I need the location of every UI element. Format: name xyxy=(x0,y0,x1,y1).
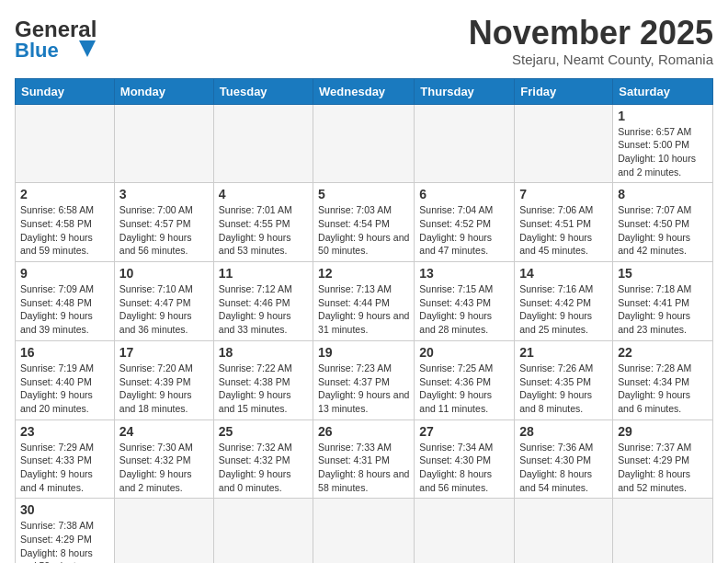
day-number: 24 xyxy=(119,424,209,439)
calendar-cell: 8Sunrise: 7:07 AM Sunset: 4:50 PM Daylig… xyxy=(613,183,713,262)
day-info: Sunrise: 7:37 AM Sunset: 4:29 PM Dayligh… xyxy=(618,441,708,495)
day-number: 26 xyxy=(318,424,409,439)
weekday-header-sunday: Sunday xyxy=(16,78,115,104)
calendar-cell: 29Sunrise: 7:37 AM Sunset: 4:29 PM Dayli… xyxy=(613,419,713,499)
day-number: 1 xyxy=(618,109,708,123)
svg-text:General: General xyxy=(15,17,97,41)
day-number: 30 xyxy=(20,502,109,517)
calendar-week-row: 2Sunrise: 6:58 AM Sunset: 4:58 PM Daylig… xyxy=(16,183,713,262)
calendar-week-row: 23Sunrise: 7:29 AM Sunset: 4:33 PM Dayli… xyxy=(16,419,713,499)
calendar-cell: 27Sunrise: 7:34 AM Sunset: 4:30 PM Dayli… xyxy=(415,419,515,499)
day-info: Sunrise: 6:57 AM Sunset: 5:00 PM Dayligh… xyxy=(618,125,708,179)
svg-marker-2 xyxy=(79,40,96,57)
calendar-cell xyxy=(613,499,713,563)
calendar-cell: 17Sunrise: 7:20 AM Sunset: 4:39 PM Dayli… xyxy=(114,340,213,419)
day-info: Sunrise: 7:26 AM Sunset: 4:35 PM Dayligh… xyxy=(519,362,608,416)
calendar-cell xyxy=(313,499,415,563)
logo: GeneralBlue xyxy=(15,15,116,61)
day-number: 25 xyxy=(219,424,308,439)
day-number: 13 xyxy=(419,266,509,281)
calendar-cell: 4Sunrise: 7:01 AM Sunset: 4:55 PM Daylig… xyxy=(213,183,313,262)
calendar-cell: 20Sunrise: 7:25 AM Sunset: 4:36 PM Dayli… xyxy=(415,340,515,419)
calendar-table: SundayMondayTuesdayWednesdayThursdayFrid… xyxy=(15,78,713,563)
day-info: Sunrise: 7:29 AM Sunset: 4:33 PM Dayligh… xyxy=(20,441,109,495)
day-info: Sunrise: 7:23 AM Sunset: 4:37 PM Dayligh… xyxy=(318,362,409,416)
day-info: Sunrise: 7:38 AM Sunset: 4:29 PM Dayligh… xyxy=(20,519,109,563)
day-number: 6 xyxy=(419,187,509,201)
weekday-header-friday: Friday xyxy=(515,78,613,104)
calendar-cell xyxy=(515,104,613,183)
calendar-cell: 11Sunrise: 7:12 AM Sunset: 4:46 PM Dayli… xyxy=(213,262,313,341)
logo-svg: GeneralBlue xyxy=(15,15,116,61)
weekday-header-row: SundayMondayTuesdayWednesdayThursdayFrid… xyxy=(16,78,713,104)
day-info: Sunrise: 7:07 AM Sunset: 4:50 PM Dayligh… xyxy=(618,203,708,258)
day-info: Sunrise: 7:03 AM Sunset: 4:54 PM Dayligh… xyxy=(318,203,409,258)
day-info: Sunrise: 7:13 AM Sunset: 4:44 PM Dayligh… xyxy=(318,282,409,337)
calendar-cell xyxy=(213,104,313,183)
logo-container: GeneralBlue xyxy=(15,15,116,61)
day-number: 28 xyxy=(519,424,608,439)
calendar-cell: 21Sunrise: 7:26 AM Sunset: 4:35 PM Dayli… xyxy=(515,340,613,419)
calendar-cell: 22Sunrise: 7:28 AM Sunset: 4:34 PM Dayli… xyxy=(613,340,713,419)
day-number: 19 xyxy=(318,345,409,360)
day-number: 17 xyxy=(119,345,209,360)
day-info: Sunrise: 7:22 AM Sunset: 4:38 PM Dayligh… xyxy=(219,362,308,416)
day-info: Sunrise: 7:12 AM Sunset: 4:46 PM Dayligh… xyxy=(219,282,308,337)
day-info: Sunrise: 7:10 AM Sunset: 4:47 PM Dayligh… xyxy=(119,282,209,337)
calendar-cell: 25Sunrise: 7:32 AM Sunset: 4:32 PM Dayli… xyxy=(213,419,313,499)
day-number: 11 xyxy=(219,266,308,281)
day-info: Sunrise: 7:01 AM Sunset: 4:55 PM Dayligh… xyxy=(219,203,308,258)
calendar-cell xyxy=(213,499,313,563)
day-info: Sunrise: 7:00 AM Sunset: 4:57 PM Dayligh… xyxy=(119,203,209,258)
day-number: 20 xyxy=(419,345,509,360)
calendar-cell: 18Sunrise: 7:22 AM Sunset: 4:38 PM Dayli… xyxy=(213,340,313,419)
day-number: 18 xyxy=(219,345,308,360)
day-number: 29 xyxy=(618,424,708,439)
day-info: Sunrise: 7:33 AM Sunset: 4:31 PM Dayligh… xyxy=(318,441,409,495)
calendar-cell: 24Sunrise: 7:30 AM Sunset: 4:32 PM Dayli… xyxy=(114,419,213,499)
day-info: Sunrise: 7:04 AM Sunset: 4:52 PM Dayligh… xyxy=(419,203,509,258)
calendar-cell: 6Sunrise: 7:04 AM Sunset: 4:52 PM Daylig… xyxy=(415,183,515,262)
calendar-cell: 26Sunrise: 7:33 AM Sunset: 4:31 PM Dayli… xyxy=(313,419,415,499)
day-number: 4 xyxy=(219,187,308,201)
day-number: 23 xyxy=(20,424,109,439)
calendar-cell: 28Sunrise: 7:36 AM Sunset: 4:30 PM Dayli… xyxy=(515,419,613,499)
day-info: Sunrise: 7:36 AM Sunset: 4:30 PM Dayligh… xyxy=(519,441,608,495)
calendar-cell: 5Sunrise: 7:03 AM Sunset: 4:54 PM Daylig… xyxy=(313,183,415,262)
day-info: Sunrise: 7:30 AM Sunset: 4:32 PM Dayligh… xyxy=(119,441,209,495)
day-info: Sunrise: 7:19 AM Sunset: 4:40 PM Dayligh… xyxy=(20,362,109,416)
day-number: 12 xyxy=(318,266,409,281)
calendar-cell: 2Sunrise: 6:58 AM Sunset: 4:58 PM Daylig… xyxy=(16,183,115,262)
calendar-cell: 15Sunrise: 7:18 AM Sunset: 4:41 PM Dayli… xyxy=(613,262,713,341)
calendar-cell: 12Sunrise: 7:13 AM Sunset: 4:44 PM Dayli… xyxy=(313,262,415,341)
page-header: GeneralBlue November 2025 Stejaru, Neamt… xyxy=(15,15,713,67)
calendar-cell: 19Sunrise: 7:23 AM Sunset: 4:37 PM Dayli… xyxy=(313,340,415,419)
calendar-cell xyxy=(415,104,515,183)
day-info: Sunrise: 7:06 AM Sunset: 4:51 PM Dayligh… xyxy=(519,203,608,258)
day-info: Sunrise: 7:18 AM Sunset: 4:41 PM Dayligh… xyxy=(618,282,708,337)
weekday-header-tuesday: Tuesday xyxy=(213,78,313,104)
calendar-cell: 10Sunrise: 7:10 AM Sunset: 4:47 PM Dayli… xyxy=(114,262,213,341)
day-info: Sunrise: 7:09 AM Sunset: 4:48 PM Dayligh… xyxy=(20,282,109,337)
day-number: 15 xyxy=(618,266,708,281)
calendar-cell xyxy=(313,104,415,183)
weekday-header-wednesday: Wednesday xyxy=(313,78,415,104)
day-number: 8 xyxy=(618,187,708,201)
day-number: 21 xyxy=(519,345,608,360)
day-info: Sunrise: 7:32 AM Sunset: 4:32 PM Dayligh… xyxy=(219,441,308,495)
location-text: Stejaru, Neamt County, Romania xyxy=(469,52,713,67)
day-info: Sunrise: 7:34 AM Sunset: 4:30 PM Dayligh… xyxy=(419,441,509,495)
calendar-cell: 7Sunrise: 7:06 AM Sunset: 4:51 PM Daylig… xyxy=(515,183,613,262)
day-number: 14 xyxy=(519,266,608,281)
weekday-header-thursday: Thursday xyxy=(415,78,515,104)
day-number: 27 xyxy=(419,424,509,439)
day-number: 9 xyxy=(20,266,109,281)
calendar-cell: 3Sunrise: 7:00 AM Sunset: 4:57 PM Daylig… xyxy=(114,183,213,262)
day-info: Sunrise: 7:20 AM Sunset: 4:39 PM Dayligh… xyxy=(119,362,209,416)
calendar-cell xyxy=(415,499,515,563)
day-info: Sunrise: 6:58 AM Sunset: 4:58 PM Dayligh… xyxy=(20,203,109,258)
calendar-week-row: 1Sunrise: 6:57 AM Sunset: 5:00 PM Daylig… xyxy=(16,104,713,183)
day-number: 22 xyxy=(618,345,708,360)
calendar-week-row: 30Sunrise: 7:38 AM Sunset: 4:29 PM Dayli… xyxy=(16,499,713,563)
day-info: Sunrise: 7:15 AM Sunset: 4:43 PM Dayligh… xyxy=(419,282,509,337)
